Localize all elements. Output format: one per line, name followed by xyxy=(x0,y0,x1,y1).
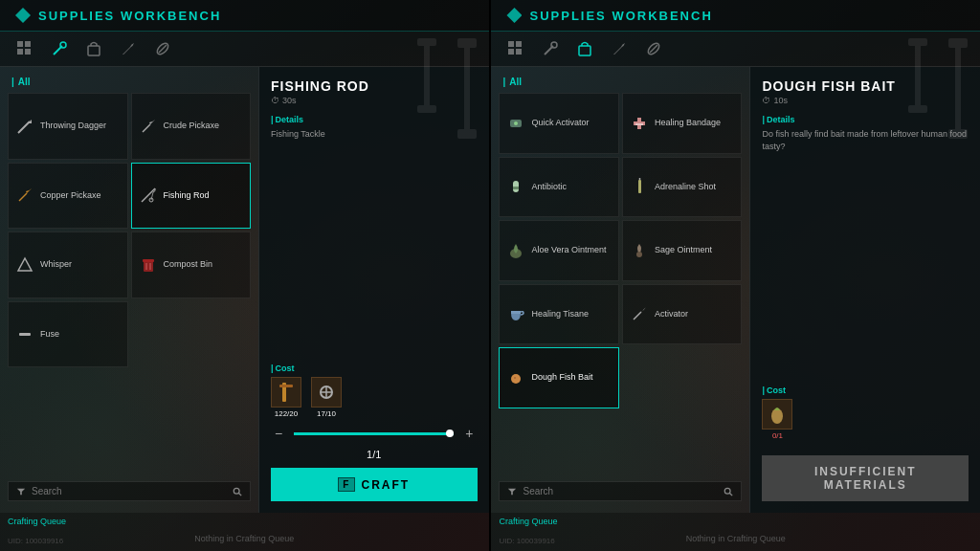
svg-rect-36 xyxy=(508,41,514,47)
left-queue-label-text: Crafting Queue xyxy=(8,517,66,526)
left-cost-items: 122/20 17/10 xyxy=(271,377,478,418)
cat-wrench-icon[interactable] xyxy=(119,39,138,58)
right-cost-section: Cost 0/1 xyxy=(762,386,969,440)
item-copper-pickaxe[interactable]: Copper Pickaxe xyxy=(8,163,128,230)
svg-rect-21 xyxy=(19,333,31,336)
svg-rect-52 xyxy=(638,180,641,193)
item-antibiotic[interactable]: Antibiotic xyxy=(499,157,619,218)
item-throwing-dagger[interactable]: Throwing Dagger xyxy=(8,93,128,160)
svg-point-61 xyxy=(725,488,731,494)
title-diamond-icon xyxy=(15,8,31,23)
compost-bin-label: Compost Bin xyxy=(164,259,213,270)
cat-pill-icon[interactable] xyxy=(153,39,172,58)
left-detail-panel: FISHING ROD ⏱ 30s Details Fishing Tackle… xyxy=(258,67,489,513)
right-search-input[interactable] xyxy=(523,486,718,496)
right-items-grid: Quick Activator Healing Bandage Antibiot… xyxy=(499,93,742,472)
svg-rect-51 xyxy=(513,187,519,189)
fuse-label: Fuse xyxy=(40,329,59,340)
item-quick-activator[interactable]: Quick Activator xyxy=(499,93,619,154)
right-empty-2 xyxy=(499,411,619,473)
copper-pickaxe-label: Copper Pickaxe xyxy=(40,190,101,201)
right-title-icon xyxy=(506,8,522,23)
item-activator[interactable]: Activator xyxy=(622,284,743,345)
fishing-rod-icon xyxy=(139,186,158,205)
whisper-icon xyxy=(15,255,34,275)
left-qty-increase[interactable]: + xyxy=(461,426,477,441)
svg-point-5 xyxy=(60,42,66,48)
right-cat-tools-icon[interactable] xyxy=(541,39,560,58)
item-healing-tisane[interactable]: Healing Tisane xyxy=(499,284,619,345)
right-craft-button[interactable]: INSUFFICIENT MATERIALS xyxy=(762,455,969,501)
left-search-row[interactable] xyxy=(8,481,251,501)
svg-rect-17 xyxy=(144,261,153,272)
svg-rect-29 xyxy=(417,105,436,113)
left-search-icon xyxy=(233,487,242,496)
item-whisper[interactable]: Whisper xyxy=(8,231,128,298)
copper-pickaxe-icon xyxy=(15,186,34,205)
quick-activator-label: Quick Activator xyxy=(531,118,589,128)
left-empty-6 xyxy=(131,441,252,472)
svg-marker-16 xyxy=(18,258,32,271)
left-qty-slider[interactable] xyxy=(294,432,454,435)
right-section-label: All xyxy=(499,75,742,89)
item-adrenaline-shot[interactable]: Adrenaline Shot xyxy=(622,157,743,218)
cat-bag-icon[interactable] xyxy=(84,39,103,58)
svg-point-59 xyxy=(514,377,516,379)
right-panel-title: SUPPLIES WORKBENCH xyxy=(529,9,712,23)
item-fishing-rod[interactable]: Fishing Rod xyxy=(131,163,252,230)
left-qty-thumb xyxy=(446,430,454,437)
svg-marker-22 xyxy=(17,488,25,495)
right-filter-icon xyxy=(507,487,517,496)
left-queue: Crafting Queue Nothing in Crafting Queue xyxy=(0,513,489,551)
svg-line-57 xyxy=(634,312,641,320)
left-empty-1 xyxy=(8,374,128,405)
right-craft-area: INSUFFICIENT MATERIALS xyxy=(762,455,969,501)
item-fuse[interactable]: Fuse xyxy=(8,301,128,368)
left-items-grid: Throwing Dagger Crude Pickaxe Copper Pi xyxy=(8,93,251,367)
sage-ointment-label: Sage Ointment xyxy=(655,245,712,255)
right-empty-1 xyxy=(622,347,743,408)
right-cat-pill-icon[interactable] xyxy=(644,39,663,58)
right-cost-qty-1: 0/1 xyxy=(772,431,783,440)
svg-point-46 xyxy=(514,121,518,125)
right-cat-wrench-icon[interactable] xyxy=(610,39,629,58)
left-qty-decrease[interactable]: − xyxy=(271,426,286,441)
right-craft-label: INSUFFICIENT MATERIALS xyxy=(771,465,959,492)
right-search-row[interactable] xyxy=(499,481,742,501)
left-category-tabs xyxy=(0,32,489,67)
healing-tisane-label: Healing Tisane xyxy=(531,309,589,320)
svg-point-55 xyxy=(636,252,642,257)
item-healing-bandage[interactable]: Healing Bandage xyxy=(622,93,743,154)
item-dough-fish-bait[interactable]: Dough Fish Bait xyxy=(499,347,619,408)
left-empty-cell xyxy=(131,301,252,368)
svg-line-11 xyxy=(143,124,150,132)
left-detail-desc: Fishing Tackle xyxy=(271,128,478,141)
right-cost-items: 0/1 xyxy=(762,399,969,440)
item-crude-pickaxe[interactable]: Crude Pickaxe xyxy=(131,93,252,160)
throwing-dagger-icon xyxy=(15,117,34,136)
item-aloe-vera[interactable]: Aloe Vera Ointment xyxy=(499,220,619,281)
right-queue-empty: Nothing in Crafting Queue xyxy=(499,530,972,547)
compost-bin-icon xyxy=(139,255,158,275)
item-compost-bin[interactable]: Compost Bin xyxy=(131,231,252,298)
aloe-vera-label: Aloe Vera Ointment xyxy=(531,245,606,255)
right-detail-panel: DOUGH FISH BAIT ⏱ 10s Details Do fish re… xyxy=(749,67,980,513)
svg-rect-3 xyxy=(25,49,31,55)
crude-pickaxe-label: Crude Pickaxe xyxy=(164,121,220,131)
right-cat-bag-icon[interactable] xyxy=(575,39,594,58)
left-craft-button[interactable]: F CRAFT xyxy=(271,468,478,501)
svg-rect-37 xyxy=(516,41,522,47)
right-cat-grid-icon[interactable] xyxy=(506,39,525,58)
left-empty-5 xyxy=(8,441,128,472)
cat-grid-icon[interactable] xyxy=(15,39,34,58)
adrenaline-shot-label: Adrenaline Shot xyxy=(655,182,716,192)
item-sage-ointment[interactable]: Sage Ointment xyxy=(622,220,743,281)
svg-rect-32 xyxy=(279,385,293,387)
left-detail-time: ⏱ 30s xyxy=(271,96,478,105)
right-detail-desc: Do fish really find bait made from lefto… xyxy=(762,128,969,152)
right-details-section: Details Do fish really find bait made fr… xyxy=(762,115,969,152)
left-cost-item-2: 17/10 xyxy=(311,377,342,418)
cat-tools-icon[interactable] xyxy=(50,39,69,58)
left-search-input[interactable] xyxy=(32,486,227,496)
svg-rect-49 xyxy=(635,123,643,125)
